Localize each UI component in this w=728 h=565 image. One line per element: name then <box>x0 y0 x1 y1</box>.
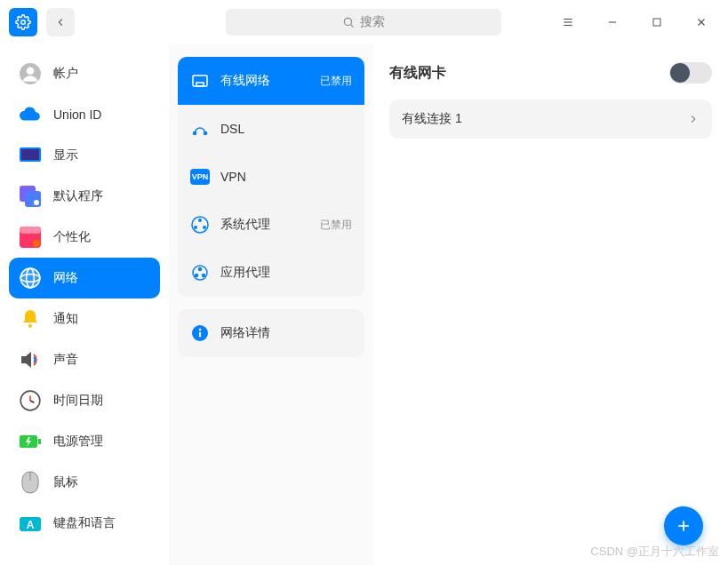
info-icon <box>190 323 210 343</box>
main-panel: 有线网卡 有线连接 1 CSDN @正月十六工作室 <box>373 44 728 565</box>
wired-adapter-toggle[interactable] <box>669 62 712 84</box>
sidebar-item-label: 键盘和语言 <box>53 515 116 531</box>
submenu-status: 已禁用 <box>320 74 352 89</box>
submenu-item-network-details[interactable]: 网络详情 <box>178 309 364 357</box>
page-title: 有线网卡 <box>389 64 446 83</box>
sidebar-item-label: 帐户 <box>53 66 78 82</box>
submenu-item-dsl[interactable]: DSL <box>178 105 364 153</box>
sidebar-item-label: 个性化 <box>53 229 91 245</box>
svg-point-40 <box>203 226 206 229</box>
svg-text:A: A <box>27 519 35 531</box>
sidebar-item-label: 鼠标 <box>53 474 78 490</box>
svg-rect-7 <box>653 19 660 26</box>
sidebar-item-union-id[interactable]: Union ID <box>9 94 160 135</box>
search-placeholder: 搜索 <box>360 14 385 30</box>
svg-rect-15 <box>25 191 41 207</box>
connection-list: 有线连接 1 <box>389 99 712 139</box>
sidebar-item-label: 电源管理 <box>53 434 103 450</box>
sidebar-item-datetime[interactable]: 时间日期 <box>9 380 160 421</box>
svg-point-42 <box>199 268 202 271</box>
svg-point-1 <box>344 18 351 25</box>
clock-icon <box>18 388 43 413</box>
menu-button[interactable] <box>550 9 586 36</box>
svg-point-44 <box>203 275 205 277</box>
sidebar-item-personalization[interactable]: 个性化 <box>9 217 160 258</box>
dsl-icon <box>190 119 210 139</box>
submenu-label: VPN <box>220 170 246 184</box>
watermark: CSDN @正月十六工作室 <box>590 544 719 560</box>
sidebar-item-default-apps[interactable]: 默认程序 <box>9 176 160 217</box>
personalization-icon <box>18 225 43 250</box>
app-proxy-icon <box>190 263 210 282</box>
sidebar-item-label: 默认程序 <box>53 188 103 204</box>
add-connection-button[interactable] <box>664 506 703 545</box>
sidebar-item-label: Union ID <box>53 107 101 122</box>
bell-icon <box>18 306 43 331</box>
svg-line-2 <box>351 25 354 28</box>
cloud-icon <box>18 102 43 127</box>
close-button[interactable] <box>684 9 719 36</box>
back-button[interactable] <box>46 8 75 36</box>
submenu-label: 网络详情 <box>220 325 270 341</box>
sidebar-item-network[interactable]: 网络 <box>9 258 160 298</box>
minimize-button[interactable] <box>595 9 630 36</box>
sidebar-item-power[interactable]: 电源管理 <box>9 421 160 462</box>
svg-point-38 <box>198 219 202 222</box>
sidebar-item-notifications[interactable]: 通知 <box>9 298 160 339</box>
display-icon <box>18 143 43 168</box>
connection-label: 有线连接 1 <box>402 111 462 127</box>
submenu-label: 应用代理 <box>220 265 270 281</box>
submenu-label: 系统代理 <box>220 217 270 233</box>
sidebar-item-keyboard[interactable]: A 键盘和语言 <box>9 503 160 544</box>
svg-rect-33 <box>193 76 207 86</box>
svg-rect-28 <box>38 439 41 444</box>
plus-icon <box>675 517 692 535</box>
search-icon <box>342 16 355 28</box>
titlebar: 搜索 <box>0 0 728 44</box>
submenu-item-app-proxy[interactable]: 应用代理 <box>178 249 364 297</box>
sidebar-item-mouse[interactable]: 鼠标 <box>9 462 160 503</box>
user-icon <box>18 61 43 86</box>
svg-rect-34 <box>196 83 204 86</box>
sidebar-item-account[interactable]: 帐户 <box>9 53 160 94</box>
sidebar-item-label: 显示 <box>53 147 78 163</box>
sidebar-item-display[interactable]: 显示 <box>9 135 160 176</box>
vpn-icon: VPN <box>190 167 210 187</box>
sidebar-item-label: 网络 <box>53 270 78 286</box>
svg-rect-47 <box>199 332 201 338</box>
svg-point-0 <box>21 20 26 25</box>
svg-point-20 <box>20 268 40 288</box>
proxy-icon <box>190 215 210 235</box>
mouse-icon <box>18 470 43 495</box>
ethernet-icon <box>190 71 210 91</box>
sidebar-item-sound[interactable]: 声音 <box>9 339 160 380</box>
connection-item[interactable]: 有线连接 1 <box>389 99 712 139</box>
svg-point-23 <box>28 324 32 328</box>
maximize-button[interactable] <box>639 9 675 36</box>
submenu-item-wired[interactable]: 有线网络 已禁用 <box>178 57 364 105</box>
svg-point-39 <box>194 226 197 229</box>
keyboard-icon: A <box>18 511 43 536</box>
submenu-status: 已禁用 <box>320 218 352 233</box>
sidebar: 帐户 Union ID 显示 默认程序 个性化 网络 <box>0 44 169 565</box>
submenu-item-vpn[interactable]: VPN VPN <box>178 153 364 201</box>
network-submenu: 有线网络 已禁用 DSL VPN VPN 系统代理 已禁用 <box>169 44 373 565</box>
speaker-icon <box>18 347 43 372</box>
toggle-knob <box>670 63 690 83</box>
svg-point-35 <box>194 132 196 135</box>
sidebar-item-label: 声音 <box>53 352 78 368</box>
svg-rect-13 <box>21 149 39 160</box>
svg-point-11 <box>27 67 35 75</box>
submenu-label: DSL <box>220 122 244 136</box>
submenu-label: 有线网络 <box>220 73 270 89</box>
chevron-right-icon <box>687 113 700 125</box>
svg-point-16 <box>34 200 39 205</box>
battery-icon <box>18 429 43 454</box>
svg-point-36 <box>204 132 207 135</box>
svg-point-19 <box>33 240 40 247</box>
search-input[interactable]: 搜索 <box>226 9 501 36</box>
apps-icon <box>18 184 43 209</box>
network-icon <box>18 266 43 290</box>
submenu-item-system-proxy[interactable]: 系统代理 已禁用 <box>178 201 364 249</box>
svg-point-43 <box>196 275 198 277</box>
